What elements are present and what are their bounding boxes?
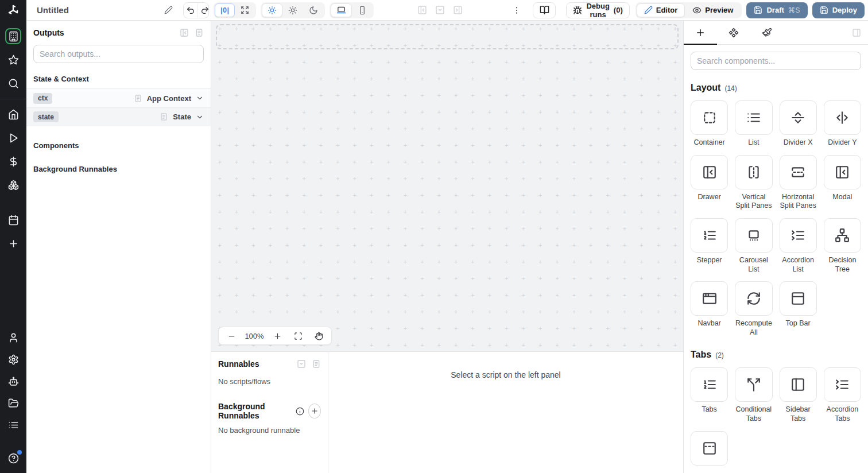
section-heading-tabs: Tabs(2) [691,350,861,360]
zoom-out-button[interactable] [221,329,242,343]
component-label: Container [694,138,725,148]
desktop-view-button[interactable] [331,3,352,17]
runnables-title: Runnables [218,359,259,369]
fixed-width-toggle[interactable]: |0| [215,3,235,17]
component-card-navbar[interactable] [691,281,728,316]
notification-dot [17,450,22,455]
component-card-carousel-list[interactable] [735,218,772,253]
tab-settings[interactable] [717,21,750,45]
draft-button[interactable]: Draft ⌘S [746,2,807,18]
component-card-vertical-split-panes[interactable] [735,155,772,189]
fit-view-button[interactable] [288,329,308,343]
component-label: Decision Tree [824,256,861,274]
help-circle-icon [8,453,19,464]
toggle-right-panel-icon[interactable] [453,5,463,15]
rail-workers-button[interactable] [5,373,21,389]
preview-tab[interactable]: Preview [685,3,741,17]
rail-favorites-button[interactable] [5,52,21,68]
save-draft-icon [754,6,762,14]
canvas-dropzone[interactable] [216,24,679,49]
rail-schedules-button[interactable] [5,212,21,228]
state-row[interactable]: state State [26,107,211,126]
rail-apps-button[interactable] [5,28,21,44]
collapse-outputs-icon[interactable] [180,28,189,37]
center-area: ++++++++++++++++++++++++++++++++++++++++… [211,21,683,473]
runnables-doc-icon[interactable] [312,359,321,369]
component-card-top-bar[interactable] [780,281,817,316]
components-search-input[interactable] [697,56,855,65]
debug-runs-count: (0) [614,6,623,14]
undo-button[interactable] [184,3,197,18]
component-card-list[interactable] [735,100,772,135]
component-item-list: List [735,100,772,148]
state-chevron-icon[interactable] [196,113,204,121]
component-item-recompute-all: Recompute All [735,281,772,337]
component-card-decision-tree[interactable] [824,218,861,253]
component-card-panel-top-dashed[interactable] [691,431,728,466]
component-card-sidebar-tabs[interactable] [780,367,817,402]
rail-search-button[interactable] [5,75,21,91]
component-card-container[interactable] [691,100,728,135]
editor-preview-group: Editor Preview [636,2,742,18]
rail-folders-button[interactable] [5,395,21,411]
collapse-runnables-icon[interactable] [297,359,306,369]
rail-help-button[interactable] [5,450,21,466]
component-card-recompute-all[interactable] [735,281,772,316]
docs-button[interactable] [533,2,556,18]
rail-variables-button[interactable] [5,153,21,169]
rail-create-button[interactable] [5,235,21,251]
add-background-runnable-button[interactable] [308,404,321,418]
component-grid-layout: ContainerListDivider XDivider YDrawerVer… [691,100,861,337]
rail-runs-button[interactable] [5,130,21,146]
outputs-doc-icon[interactable] [195,28,204,37]
debug-runs-button[interactable]: Debug runs (0) [566,2,629,18]
zoom-in-button[interactable] [267,329,288,343]
rail-resources-button[interactable] [5,177,21,193]
component-card-horizontal-split-panes[interactable] [780,155,817,189]
background-runnables-empty-text: No background runnable [218,426,321,435]
plus-icon [273,332,282,340]
component-item-vertical-split-panes: Vertical Split Panes [735,155,772,211]
deploy-button[interactable]: Deploy [812,2,865,18]
component-card-drawer[interactable] [691,155,728,189]
component-card-accordion-tabs[interactable] [824,367,861,402]
component-label: Stepper [697,256,722,265]
outputs-search-input[interactable] [40,49,197,59]
app-canvas[interactable]: ++++++++++++++++++++++++++++++++++++++++… [211,21,683,352]
rail-audit-logs-button[interactable] [5,417,21,433]
windmill-logo[interactable] [0,0,26,21]
component-card-tabs[interactable] [691,367,728,402]
component-card-accordion-list[interactable] [780,218,817,253]
collapse-components-icon[interactable] [852,28,861,37]
redo-button[interactable] [197,3,209,18]
theme-auto-button[interactable] [262,3,282,17]
component-card-divider-y[interactable] [824,100,861,135]
toggle-left-panel-icon[interactable] [417,5,427,15]
toggle-bottom-panel-icon[interactable] [435,5,445,15]
rail-settings-button[interactable] [5,351,21,367]
ctx-chevron-icon[interactable] [196,94,204,102]
editor-tab[interactable]: Editor [637,3,685,17]
mobile-view-button[interactable] [352,3,373,17]
component-card-stepper[interactable] [691,218,728,253]
info-icon[interactable] [296,407,304,416]
component-card-conditional-tabs[interactable] [735,367,772,402]
tab-insert[interactable] [684,21,717,45]
component-label: Modal [832,193,852,202]
expand-canvas-button[interactable] [235,3,255,17]
theme-light-button[interactable] [282,3,303,17]
rail-home-button[interactable] [5,106,21,122]
component-card-modal[interactable] [824,155,861,189]
draft-shortcut: ⌘S [788,6,800,14]
theme-dark-button[interactable] [303,3,324,17]
ctx-row[interactable]: ctx App Context [26,88,211,107]
zoom-toolbar: 100% [218,327,332,345]
outputs-panel: Outputs State & Context ctx App Context … [26,21,211,473]
tab-styling[interactable] [750,21,784,45]
edit-title-button[interactable] [162,3,175,17]
component-grid-tabs: TabsConditional TabsSidebar TabsAccordio… [691,367,861,468]
pan-tool-button[interactable] [308,329,329,343]
more-menu-button[interactable] [510,3,524,17]
rail-account-button[interactable] [5,329,21,346]
component-card-divider-x[interactable] [780,100,817,135]
